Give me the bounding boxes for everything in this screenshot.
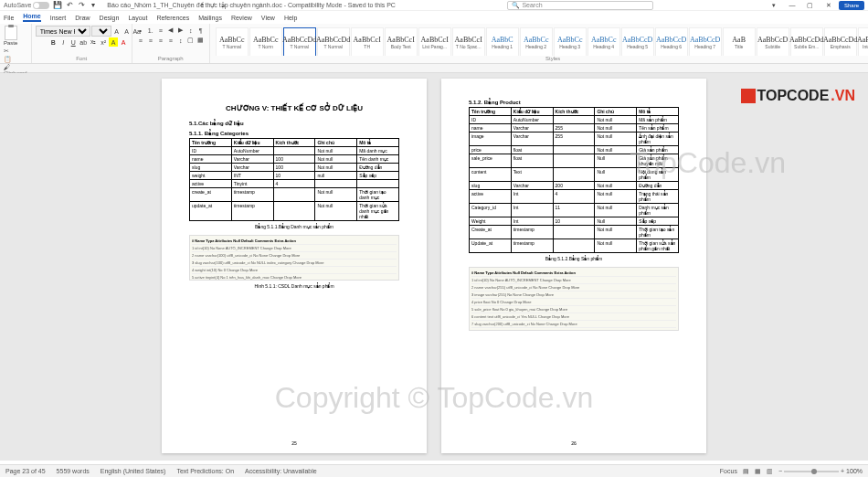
style-heading-5[interactable]: AaBbCcDHeading 5 <box>621 27 654 56</box>
style-emphasis[interactable]: AaBbCcDdEmphasis <box>824 27 857 56</box>
highlight-button[interactable]: A <box>109 37 118 47</box>
db-screenshot-product: # Name Type Attributes Null Default Comm… <box>469 267 679 331</box>
style-t-norm[interactable]: AaBbCcT Norm <box>249 27 282 56</box>
maximize-icon[interactable]: ▢ <box>802 1 819 10</box>
strike-button[interactable]: ab <box>79 37 88 47</box>
grow-font-icon[interactable]: A <box>112 26 122 36</box>
increase-indent-icon[interactable]: ▶ <box>176 26 185 35</box>
minimize-icon[interactable]: — <box>784 1 800 10</box>
chapter-heading: CHƯƠNG V: THIẾT KẾ CƠ SỞ DỮ LIỆU <box>189 104 399 112</box>
style-title[interactable]: AaBTitle <box>723 27 756 56</box>
style-body-text[interactable]: AaBbCcIBody Text <box>385 27 418 56</box>
style-heading-1[interactable]: AaBbCHeading 1 <box>486 27 519 56</box>
document-area[interactable]: CHƯƠNG V: THIẾT KẾ CƠ SỞ DỮ LIỆU 5.1.Các… <box>0 73 868 461</box>
view-read-icon[interactable]: ▤ <box>743 468 749 475</box>
zoom-level[interactable]: 100% <box>846 468 863 474</box>
tab-mailings[interactable]: Mailings <box>198 15 222 21</box>
style-intense-e...[interactable]: AaBbCcDdIntense E... <box>858 27 868 56</box>
tab-design[interactable]: Design <box>100 15 120 21</box>
ribbon-options-icon[interactable]: ▾ <box>766 1 782 10</box>
tab-draw[interactable]: Draw <box>75 15 90 21</box>
style-heading-3[interactable]: AaBbCcHeading 3 <box>554 27 587 56</box>
copy-icon[interactable]: 📋 <box>4 56 12 63</box>
bullets-icon[interactable]: • <box>136 26 145 35</box>
accessibility-status[interactable]: Accessibility: Unavailable <box>245 468 317 474</box>
style-t-normal[interactable]: AaBbCcDdT Normal <box>317 27 350 56</box>
style-heading-2[interactable]: AaBbCcHeading 2 <box>520 27 553 56</box>
page-number: 26 <box>441 440 706 446</box>
numbering-icon[interactable]: 1. <box>146 26 155 35</box>
bold-button[interactable]: B <box>48 37 58 47</box>
font-group-label: Font <box>36 56 128 61</box>
style-heading-6[interactable]: AaBbCcDHeading 6 <box>655 27 688 56</box>
align-right-icon[interactable]: ≡ <box>156 36 165 45</box>
search-icon: 🔍 <box>512 2 520 9</box>
search-input[interactable]: 🔍 Search <box>507 1 653 10</box>
style-th[interactable]: AaBbCcITH <box>351 27 384 56</box>
page-indicator[interactable]: Page 23 of 45 <box>5 468 46 474</box>
tab-layout[interactable]: Layout <box>128 15 147 21</box>
redo-icon[interactable]: ↷ <box>77 1 86 10</box>
product-table: Tên trườngKiểu dữ liệuKích thướcGhi chúM… <box>469 107 679 253</box>
share-button[interactable]: Share <box>839 1 864 10</box>
tab-file[interactable]: File <box>4 15 14 21</box>
format-painter-icon[interactable]: 🖌 <box>4 64 12 70</box>
styles-gallery[interactable]: AaBbCcT NormalAaBbCcT NormAaBbCcDdT Norm… <box>214 26 868 56</box>
borders-icon[interactable]: ▦ <box>196 36 206 45</box>
line-spacing-icon[interactable]: ↕ <box>176 36 185 45</box>
style-t-normal[interactable]: AaBbCcDdT Normal <box>283 27 316 56</box>
show-marks-icon[interactable]: ¶ <box>196 26 206 35</box>
autosave-toggle[interactable] <box>33 2 49 9</box>
italic-button[interactable]: I <box>58 37 68 47</box>
shrink-font-icon[interactable]: A <box>122 26 132 36</box>
style-t-no-spac...[interactable]: AaBbCcIT No Spac... <box>452 27 485 56</box>
style-subtle-em...[interactable]: AaBbCcDdSubtle Em... <box>790 27 823 56</box>
tab-help[interactable]: Help <box>284 15 297 21</box>
status-bar: Page 23 of 45 5559 words English (United… <box>0 464 868 477</box>
view-web-icon[interactable]: ▥ <box>767 468 773 475</box>
multilevel-icon[interactable]: ≡ <box>156 26 165 35</box>
view-print-icon[interactable]: ▦ <box>755 468 761 475</box>
justify-icon[interactable]: ≡ <box>166 36 175 45</box>
close-icon[interactable]: ✕ <box>820 1 837 10</box>
style-t-normal[interactable]: AaBbCcT Normal <box>216 27 249 56</box>
tab-review[interactable]: Review <box>231 15 252 21</box>
style-list-parag...[interactable]: AaBbCcIList Parag... <box>418 27 451 56</box>
font-size-select[interactable]: 13 <box>91 26 111 37</box>
cut-icon[interactable]: ✂ <box>4 48 12 55</box>
align-center-icon[interactable]: ≡ <box>146 36 155 45</box>
superscript-button[interactable]: x² <box>99 37 108 47</box>
save-icon[interactable]: 💾 <box>53 1 62 10</box>
language-indicator[interactable]: English (United States) <box>101 468 166 474</box>
tab-insert[interactable]: Insert <box>50 15 67 21</box>
decrease-indent-icon[interactable]: ◀ <box>166 26 175 35</box>
style-heading-4[interactable]: AaBbCcHeading 4 <box>587 27 620 56</box>
tab-references[interactable]: References <box>156 15 189 21</box>
style-subtitle[interactable]: AaBbCcDSubtitle <box>757 27 789 56</box>
underline-button[interactable]: U <box>69 37 78 47</box>
categories-table: Tên trườngKiểu dữ liệuKích thướcGhi chúM… <box>189 138 399 221</box>
sort-icon[interactable]: ↕ <box>186 26 196 35</box>
font-color-button[interactable]: A <box>119 37 128 47</box>
clipboard-icon <box>5 26 17 40</box>
undo-icon[interactable]: ↶ <box>65 1 74 10</box>
zoom-in-icon[interactable]: + <box>841 468 844 474</box>
focus-button[interactable]: Focus <box>720 468 737 474</box>
align-left-icon[interactable]: ≡ <box>136 36 145 45</box>
tab-home[interactable]: Home <box>23 13 40 22</box>
document-title: Báo cáo_Nhóm 1_TH_Chuyên đề thực tập chu… <box>107 2 396 9</box>
tab-view[interactable]: View <box>261 15 275 21</box>
zoom-slider[interactable] <box>784 471 839 472</box>
paste-button[interactable]: Paste <box>4 26 17 46</box>
shading-icon[interactable]: ▢ <box>186 36 196 45</box>
font-name-select[interactable]: Times New Roman <box>36 26 90 37</box>
text-predictions[interactable]: Text Predictions: On <box>176 468 234 474</box>
ruler[interactable] <box>0 64 868 73</box>
db-screenshot-categories: # Name Type Attributes Null Default Comm… <box>189 235 399 281</box>
style-heading-7[interactable]: AaBbCcDHeading 7 <box>689 27 722 56</box>
word-count[interactable]: 5559 words <box>57 468 90 474</box>
topcode-logo: TOPCODE.VN <box>741 88 856 104</box>
qat-dropdown-icon[interactable]: ▾ <box>89 1 98 10</box>
zoom-out-icon[interactable]: − <box>778 468 782 474</box>
subscript-button[interactable]: x₂ <box>89 37 98 47</box>
